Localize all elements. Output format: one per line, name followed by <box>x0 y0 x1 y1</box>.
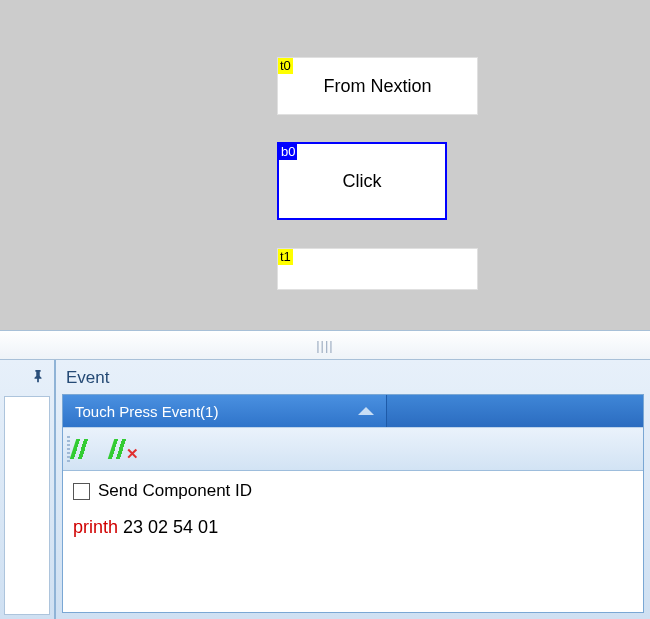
component-b0-button[interactable]: b0 Click <box>277 142 447 220</box>
component-tag-t1: t1 <box>278 249 293 265</box>
horizontal-splitter[interactable]: |||| <box>0 330 650 360</box>
component-t0-textbox[interactable]: t0 From Nextion <box>277 57 478 115</box>
toolbar-add-code-icon[interactable] <box>73 437 97 461</box>
component-t1-text <box>278 249 477 289</box>
splitter-grip-icon: |||| <box>316 338 334 353</box>
event-box: Touch Press Event(1) ✕ Send Component ID <box>62 394 644 613</box>
event-code-editor[interactable]: printh 23 02 54 01 <box>73 517 633 538</box>
code-args: 23 02 54 01 <box>123 517 218 537</box>
lower-panels: Event Touch Press Event(1) ✕ <box>0 360 650 619</box>
event-body: Send Component ID printh 23 02 54 01 <box>63 471 643 548</box>
event-toolbar: ✕ <box>63 427 643 471</box>
left-side-panel <box>0 360 55 619</box>
tab-touch-press-event[interactable]: Touch Press Event(1) <box>63 395 387 427</box>
send-component-id-checkbox[interactable] <box>73 483 90 500</box>
event-tabbar: Touch Press Event(1) <box>63 395 643 427</box>
send-component-id-label: Send Component ID <box>98 481 252 501</box>
component-t0-text: From Nextion <box>278 58 477 114</box>
tab-active-arrow-icon <box>358 407 374 415</box>
event-panel: Event Touch Press Event(1) ✕ <box>55 360 650 619</box>
component-tag-b0: b0 <box>279 144 297 160</box>
send-component-id-row: Send Component ID <box>73 481 633 501</box>
component-b0-text: Click <box>279 144 445 218</box>
code-keyword: printh <box>73 517 118 537</box>
event-panel-title: Event <box>58 362 648 394</box>
component-tag-t0: t0 <box>278 58 293 74</box>
pin-icon[interactable] <box>30 368 46 384</box>
left-panel-body <box>4 396 50 615</box>
design-canvas[interactable]: t0 From Nextion b0 Click t1 <box>0 0 650 330</box>
component-t1-textbox[interactable]: t1 <box>277 248 478 290</box>
event-tab-label: Touch Press Event(1) <box>75 403 218 420</box>
toolbar-delete-code-icon[interactable]: ✕ <box>111 437 135 461</box>
